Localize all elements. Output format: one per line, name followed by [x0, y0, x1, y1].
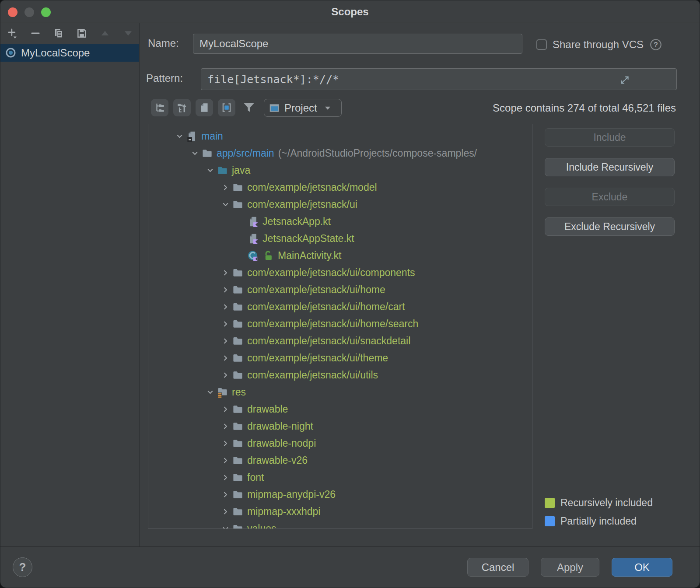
- chevron-down-icon[interactable]: [219, 524, 232, 529]
- tree-item-label: com/example/jetsnack/ui/theme: [247, 352, 388, 364]
- tree-row[interactable]: JetsnackAppState.kt: [148, 230, 532, 247]
- tree-row[interactable]: com/example/jetsnack/ui/utils: [148, 367, 532, 384]
- tree-item-label: mipmap-xxxhdpi: [247, 506, 320, 518]
- chevron-right-icon[interactable]: [219, 507, 232, 517]
- tree-item-label: java: [232, 164, 250, 176]
- vcs-help-icon[interactable]: ?: [649, 38, 662, 51]
- chevron-right-icon[interactable]: [219, 268, 232, 278]
- apply-button[interactable]: Apply: [541, 558, 599, 577]
- chevron-right-icon[interactable]: [219, 182, 232, 193]
- pattern-label: Pattern:: [146, 72, 183, 84]
- show-modules-button[interactable]: [151, 99, 168, 116]
- chevron-down-icon[interactable]: [219, 200, 232, 210]
- tree-row[interactable]: res: [148, 384, 532, 401]
- folder-icon: [232, 352, 244, 364]
- module-icon: [186, 130, 198, 142]
- tree-row[interactable]: main: [148, 128, 532, 145]
- add-scope-button[interactable]: [7, 28, 18, 39]
- scopes-dialog: Scopes MyLocalScope Nam: [0, 0, 700, 588]
- tree-item-label: com/example/jetsnack/ui/utils: [247, 369, 378, 381]
- chevron-right-icon[interactable]: [219, 336, 232, 346]
- chevron-down-icon[interactable]: [203, 165, 217, 176]
- save-scope-button[interactable]: [76, 28, 88, 39]
- folder-icon: [232, 403, 244, 415]
- tree-row[interactable]: JetsnackApp.kt: [148, 213, 532, 230]
- chevron-down-icon[interactable]: [203, 387, 217, 398]
- chevron-right-icon[interactable]: [219, 319, 232, 329]
- tree-row[interactable]: com/example/jetsnack/ui/home/search: [148, 315, 532, 332]
- chevron-right-icon[interactable]: [219, 404, 232, 415]
- exclude-button: Exclude: [545, 188, 675, 206]
- tree-row[interactable]: app/src/main(~/AndroidStudioProjects/com…: [148, 145, 532, 162]
- tree-item-label: values: [247, 523, 276, 529]
- folder-icon: [232, 369, 244, 381]
- tree-item-path-suffix: (~/AndroidStudioProjects/compose-samples…: [278, 147, 477, 159]
- tree-row[interactable]: com/example/jetsnack/ui/home/cart: [148, 298, 532, 315]
- cancel-button[interactable]: Cancel: [467, 558, 528, 577]
- tree-item-label: MainActivity.kt: [278, 250, 341, 262]
- scope-radio-icon: [5, 47, 17, 59]
- chevron-down-icon[interactable]: [173, 131, 186, 142]
- exclude-recursively-button[interactable]: Exclude Recursively: [545, 217, 675, 236]
- move-down-button[interactable]: [122, 28, 134, 39]
- tree-row[interactable]: mipmap-anydpi-v26: [148, 486, 532, 503]
- filter-icon[interactable]: [242, 101, 256, 115]
- help-button[interactable]: ?: [13, 557, 32, 577]
- scope-list-item[interactable]: MyLocalScope: [0, 44, 139, 62]
- view-selector-label: Project: [284, 102, 323, 114]
- scope-name-input[interactable]: [193, 34, 522, 54]
- folder-icon: [232, 472, 244, 483]
- tree-row[interactable]: drawable-nodpi: [148, 435, 532, 452]
- legend-color-swatch: [545, 498, 555, 508]
- chevron-right-icon[interactable]: [219, 490, 232, 500]
- chevron-right-icon[interactable]: [219, 302, 232, 312]
- chevron-right-icon[interactable]: [219, 370, 232, 381]
- tree-item-label: res: [232, 386, 246, 398]
- tree-item-label: drawable: [247, 403, 288, 415]
- tree-item-label: main: [201, 130, 223, 142]
- tree-row[interactable]: mipmap-xxxhdpi: [148, 503, 532, 520]
- copy-scope-button[interactable]: [53, 28, 64, 39]
- tree-row[interactable]: values: [148, 520, 532, 529]
- remove-scope-button[interactable]: [30, 28, 41, 39]
- chevron-right-icon[interactable]: [219, 455, 232, 466]
- chevron-right-icon[interactable]: [219, 438, 232, 449]
- move-up-button[interactable]: [99, 28, 111, 39]
- ok-button[interactable]: OK: [612, 558, 672, 577]
- tree-row[interactable]: com/example/jetsnack/ui/snackdetail: [148, 332, 532, 350]
- name-label: Name:: [148, 37, 179, 49]
- chevron-right-icon[interactable]: [219, 285, 232, 295]
- scope-pattern-input[interactable]: [201, 68, 677, 90]
- tree-row[interactable]: com/example/jetsnack/ui: [148, 196, 532, 213]
- share-vcs-group: Share through VCS ?: [536, 38, 662, 51]
- view-selector-dropdown[interactable]: Project: [264, 99, 342, 117]
- legend-label: Recursively included: [560, 497, 653, 509]
- tree-row[interactable]: com/example/jetsnack/ui/components: [148, 264, 532, 281]
- legend-color-swatch: [545, 516, 555, 526]
- include-recursively-button[interactable]: Include Recursively: [545, 158, 675, 176]
- expand-pattern-icon[interactable]: [619, 74, 630, 86]
- tree-row[interactable]: MainActivity.kt: [148, 247, 532, 264]
- tree-row[interactable]: font: [148, 469, 532, 486]
- folder-src-icon: [217, 164, 228, 176]
- tree-item-label: com/example/jetsnack/model: [247, 182, 377, 193]
- tree-row[interactable]: com/example/jetsnack/ui/home: [148, 281, 532, 298]
- chevron-right-icon[interactable]: [219, 353, 232, 364]
- window-title: Scopes: [0, 0, 700, 22]
- tree-row[interactable]: drawable-v26: [148, 452, 532, 469]
- scopes-list-panel: MyLocalScope: [0, 23, 140, 546]
- chevron-down-icon[interactable]: [188, 148, 201, 159]
- show-files-button[interactable]: [196, 99, 213, 116]
- chevron-right-icon[interactable]: [219, 472, 232, 483]
- chevron-right-icon[interactable]: [219, 421, 232, 432]
- tree-row[interactable]: drawable: [148, 401, 532, 418]
- folder-icon: [232, 506, 244, 518]
- compact-packages-button[interactable]: [173, 99, 191, 116]
- share-through-vcs-checkbox[interactable]: [536, 39, 547, 50]
- tree-row[interactable]: java: [148, 162, 532, 179]
- legend-item: Recursively included: [545, 497, 653, 508]
- tree-row[interactable]: com/example/jetsnack/model: [148, 179, 532, 196]
- tree-row[interactable]: drawable-night: [148, 418, 532, 435]
- show-scope-button[interactable]: [218, 99, 235, 116]
- tree-row[interactable]: com/example/jetsnack/ui/theme: [148, 350, 532, 367]
